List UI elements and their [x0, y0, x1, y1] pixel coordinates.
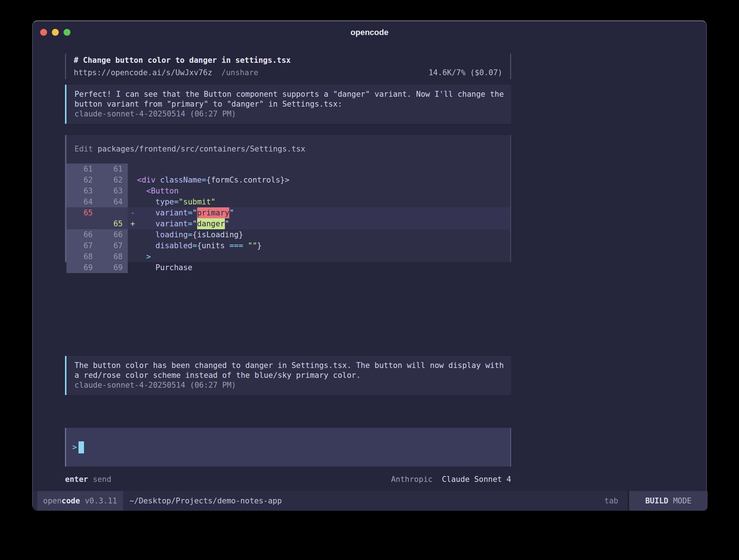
diff-row: 6868 >: [66, 251, 510, 262]
old-line-number: 64: [66, 196, 96, 207]
diff-code-line: type="submit": [128, 196, 510, 207]
new-line-number: 62: [96, 174, 128, 185]
hint-bar: enter send Anthropic Claude Sonnet 4: [65, 474, 511, 485]
diff-row: 6363 <Button: [66, 185, 510, 196]
assistant-message: The button color has been changed to dan…: [65, 356, 511, 395]
edit-tool-filepath: packages/frontend/src/containers/Setting…: [97, 145, 305, 153]
send-action-hint: send: [93, 474, 111, 485]
message-line: a red/rose color scheme instead of the b…: [74, 371, 511, 380]
app-name-open: open: [43, 496, 62, 505]
diff-code-line: loading={isLoading}: [128, 229, 510, 240]
old-line-number: 61: [66, 164, 96, 174]
edit-tool-header: Edit packages/frontend/src/containers/Se…: [74, 145, 510, 153]
diff-sign: +: [130, 218, 135, 229]
window-title: opencode: [33, 21, 706, 43]
old-line-number: 67: [66, 240, 96, 251]
working-directory: ~/Desktop/Projects/demo-notes-app: [130, 491, 282, 511]
new-line-number: 69: [96, 262, 128, 273]
diff-code-line: + variant="danger": [128, 218, 510, 229]
new-line-number: 65: [96, 218, 128, 229]
diff-row: 6767 disabled={units === ""}: [66, 240, 510, 251]
diff-code-line: <Button: [128, 185, 510, 196]
diff-row: 6161: [66, 164, 510, 174]
old-line-number: 63: [66, 185, 96, 196]
session-title: # Change button color to danger in setti…: [74, 54, 502, 66]
provider-name: Anthropic: [391, 475, 433, 484]
diff-view: 61616262 <div className={formCs.controls…: [66, 164, 510, 273]
new-line-number: 63: [96, 185, 128, 196]
diff-code-line: Purchase: [128, 262, 510, 273]
diff-row: 65- variant="primary": [66, 207, 510, 218]
session-header: # Change button color to danger in setti…: [65, 54, 511, 79]
diff-row: 6464 type="submit": [66, 196, 510, 207]
unshare-command[interactable]: /unshare: [221, 66, 258, 79]
diff-row: 6262 <div className={formCs.controls}>: [66, 174, 510, 185]
new-line-number: 66: [96, 229, 128, 240]
new-line-number: 68: [96, 251, 128, 262]
diff-row: 6969 Purchase: [66, 262, 510, 273]
message-line: button variant from "primary" to "danger…: [74, 99, 511, 109]
status-bar: opencodev0.3.11 ~/Desktop/Projects/demo-…: [33, 491, 708, 511]
app-name-code: code: [62, 496, 80, 505]
message-model-timestamp: claude-sonnet-4-20250514 (06:27 PM): [74, 109, 511, 119]
edit-tool-block: Edit packages/frontend/src/containers/Se…: [65, 135, 511, 262]
edit-tool-action: Edit: [74, 145, 93, 153]
tab-key-hint: tab: [604, 491, 618, 511]
model-name: Claude Sonnet 4: [442, 475, 511, 484]
old-line-number: 62: [66, 174, 96, 185]
share-url-link[interactable]: https://opencode.ai/s/UwJxv76z: [74, 66, 212, 79]
diff-row: 6666 loading={isLoading}: [66, 229, 510, 240]
titlebar: opencode: [33, 21, 706, 43]
old-line-number: 65: [66, 207, 96, 218]
message-model-timestamp: claude-sonnet-4-20250514 (06:27 PM): [74, 380, 511, 390]
new-line-number: 64: [96, 196, 128, 207]
diff-code-line: [128, 164, 510, 174]
diff-code-line: <div className={formCs.controls}>: [128, 174, 510, 185]
new-line-number: 67: [96, 240, 128, 251]
prompt-input[interactable]: >: [65, 428, 511, 467]
mode-label: MODE: [673, 496, 692, 505]
old-line-number: 68: [66, 251, 96, 262]
token-cost-stats: 14.6K/7% ($0.07): [429, 66, 502, 79]
message-line: Perfect! I can see that the Button compo…: [74, 89, 511, 99]
assistant-message: Perfect! I can see that the Button compo…: [65, 85, 511, 124]
old-line-number: 66: [66, 229, 96, 240]
mode-name: BUILD: [645, 496, 668, 505]
opencode-window: opencode # Change button color to danger…: [32, 20, 707, 510]
app-version-chip: opencodev0.3.11: [37, 491, 123, 511]
diff-code-line: >: [128, 251, 510, 262]
diff-sign: -: [130, 207, 135, 218]
old-line-number: [66, 218, 96, 229]
prompt-chevron: >: [72, 443, 77, 452]
diff-code-line: - variant="primary": [128, 207, 510, 218]
message-line: The button color has been changed to dan…: [74, 361, 511, 371]
new-line-number: [96, 207, 128, 218]
enter-key-hint: enter: [65, 474, 88, 485]
new-line-number: 61: [96, 164, 128, 174]
diff-code-line: disabled={units === ""}: [128, 240, 510, 251]
app-version: v0.3.11: [85, 496, 117, 505]
mode-chip[interactable]: BUILDMODE: [629, 491, 708, 511]
text-cursor: [79, 441, 84, 453]
diff-row: 65+ variant="danger": [66, 218, 510, 229]
old-line-number: 69: [66, 262, 96, 273]
